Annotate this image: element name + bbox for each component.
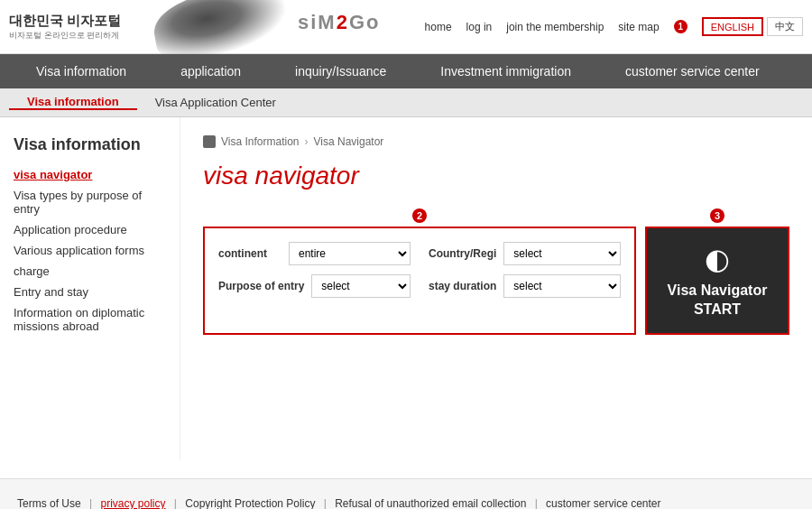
stay-row: stay duration select: [429, 274, 621, 298]
home-link[interactable]: home: [425, 21, 452, 33]
join-link[interactable]: join the membership: [506, 21, 604, 33]
sidebar-item-entry-stay[interactable]: Entry and stay: [14, 285, 166, 299]
nav-inquiry[interactable]: inquiry/Issuance: [268, 64, 413, 79]
form-box: continent entire Asia Europe Americas Af…: [203, 227, 636, 335]
sidebar-item-diplomatic[interactable]: Information on diplomatic missions abroa…: [14, 306, 166, 333]
sidebar-item-visa-navigator[interactable]: visa navigator: [14, 168, 166, 181]
breadcrumb-visa-navigator: Visa Navigator: [314, 135, 384, 148]
form-container: continent entire Asia Europe Americas Af…: [203, 227, 789, 335]
content-wrapper: Visa information visa navigator Visa typ…: [0, 117, 812, 460]
sim2go-logo: siM2Go: [298, 11, 381, 34]
list-item: charge: [14, 264, 166, 278]
sidebar-item-visa-types[interactable]: Visa types by purpose of entry: [14, 189, 166, 216]
lang-buttons: ENGLISH 中文: [702, 17, 803, 36]
navigator-btn-text: Visa Navigator START: [668, 282, 768, 319]
breadcrumb-visa-info[interactable]: Visa Information: [221, 135, 300, 148]
list-item: Visa types by purpose of entry: [14, 189, 166, 216]
sidebar-item-application-forms[interactable]: Various application forms: [14, 244, 166, 257]
sidebar: Visa information visa navigator Visa typ…: [0, 117, 180, 460]
purpose-select[interactable]: select: [311, 274, 411, 298]
continent-select[interactable]: entire Asia Europe Americas Africa Ocean…: [289, 242, 411, 265]
breadcrumb-icon: [203, 135, 216, 148]
num-badge-1: 1: [674, 20, 687, 33]
footer-links: Terms of Use | privacy policy | Copyrigh…: [14, 497, 798, 509]
nav-investment[interactable]: Investment immigration: [413, 64, 598, 79]
nav-customer[interactable]: customer service center: [598, 64, 787, 79]
sidebar-nav: visa navigator Visa types by purpose of …: [14, 168, 166, 333]
continent-row: continent entire Asia Europe Americas Af…: [218, 242, 411, 265]
country-row: Country/Regi select: [429, 242, 621, 265]
breadcrumb: Visa Information › Visa Navigator: [203, 135, 789, 148]
privacy-link[interactable]: privacy policy: [100, 497, 165, 509]
logo-sub: 비자포털 온라인으로 편리하게: [9, 30, 121, 42]
stay-select[interactable]: select: [503, 274, 621, 298]
sub-nav-visa-info[interactable]: Visa information: [9, 95, 137, 110]
header: 대한민국 비자포털 비자포털 온라인으로 편리하게 siM2Go home lo…: [0, 0, 812, 54]
section-numbers-row: 2 3: [203, 208, 789, 223]
refusal-link[interactable]: Refusal of unauthorized email collection: [335, 497, 526, 509]
list-item: Various application forms: [14, 244, 166, 257]
chinese-lang-button[interactable]: 中文: [767, 17, 803, 36]
logo-korean: 대한민국 비자포털: [9, 13, 121, 30]
sub-header: Visa information Visa Application Center: [0, 88, 812, 117]
country-label: Country/Regi: [429, 247, 496, 260]
nav-visa-info[interactable]: Visa information: [9, 64, 153, 79]
form-grid: continent entire Asia Europe Americas Af…: [218, 242, 621, 298]
sidebar-item-application-procedure[interactable]: Application procedure: [14, 223, 166, 236]
sidebar-title: Visa information: [14, 135, 166, 154]
list-item: Entry and stay: [14, 285, 166, 299]
logo-area: 대한민국 비자포털 비자포털 온라인으로 편리하게: [9, 13, 121, 42]
terms-link[interactable]: Terms of Use: [17, 497, 81, 509]
header-nav: home log in join the membership site map…: [425, 17, 803, 36]
copyright-policy-link[interactable]: Copyright Protection Policy: [185, 497, 315, 509]
english-lang-button[interactable]: ENGLISH: [702, 17, 763, 36]
compass-icon: ◐: [705, 242, 730, 276]
list-item: visa navigator: [14, 168, 166, 181]
sub-nav-visa-app-center[interactable]: Visa Application Center: [137, 96, 294, 109]
list-item: Information on diplomatic missions abroa…: [14, 306, 166, 333]
navigator-start-button[interactable]: ◐ Visa Navigator START: [645, 227, 789, 335]
nav-application[interactable]: application: [153, 64, 268, 79]
section-num-3: 3: [645, 208, 789, 223]
stay-label: stay duration: [429, 280, 496, 292]
sitemap-link[interactable]: site map: [618, 21, 659, 33]
ink-decoration: [135, 0, 316, 54]
continent-label: continent: [218, 247, 281, 260]
main-nav: Visa information application inquiry/Iss…: [0, 54, 812, 88]
main-content: Visa Information › Visa Navigator visa n…: [180, 117, 812, 460]
country-select[interactable]: select: [503, 242, 621, 265]
breadcrumb-separator: ›: [305, 135, 309, 148]
footer-customer-link[interactable]: customer service center: [546, 497, 660, 509]
page-title: visa navigator: [203, 162, 789, 190]
section-num-2: 2: [203, 208, 636, 223]
login-link[interactable]: log in: [466, 21, 493, 33]
sidebar-item-charge[interactable]: charge: [14, 264, 166, 278]
purpose-label: Purpose of entry: [218, 280, 304, 292]
footer: Terms of Use | privacy policy | Copyrigh…: [0, 478, 812, 509]
list-item: Application procedure: [14, 223, 166, 236]
purpose-row: Purpose of entry select: [218, 274, 411, 298]
